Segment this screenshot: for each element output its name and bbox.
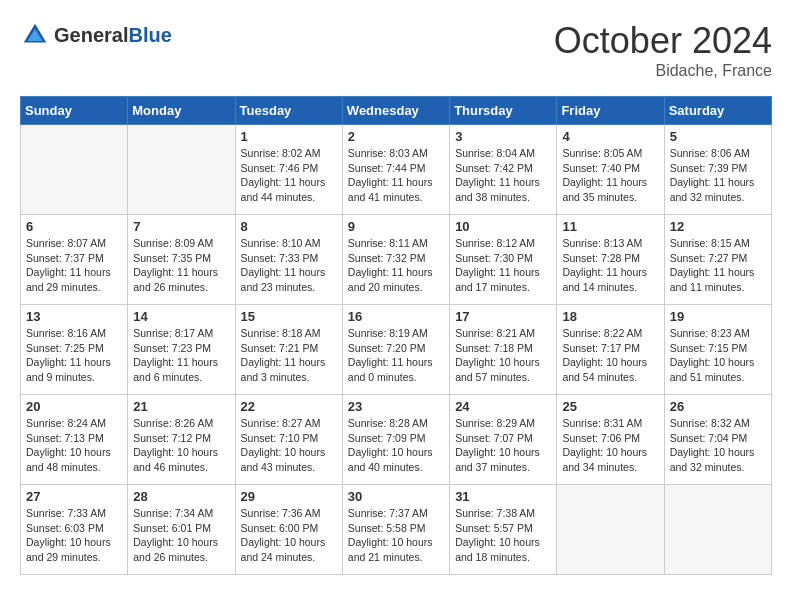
calendar-table: SundayMondayTuesdayWednesdayThursdayFrid… (20, 96, 772, 575)
day-number: 27 (26, 489, 122, 504)
day-number: 23 (348, 399, 444, 414)
day-detail: Sunrise: 8:26 AMSunset: 7:12 PMDaylight:… (133, 416, 229, 475)
calendar-week-row: 6Sunrise: 8:07 AMSunset: 7:37 PMDaylight… (21, 215, 772, 305)
day-detail: Sunrise: 8:31 AMSunset: 7:06 PMDaylight:… (562, 416, 658, 475)
day-number: 10 (455, 219, 551, 234)
day-detail: Sunrise: 8:16 AMSunset: 7:25 PMDaylight:… (26, 326, 122, 385)
day-detail: Sunrise: 8:03 AMSunset: 7:44 PMDaylight:… (348, 146, 444, 205)
calendar-cell: 21Sunrise: 8:26 AMSunset: 7:12 PMDayligh… (128, 395, 235, 485)
weekday-header: Tuesday (235, 97, 342, 125)
day-number: 13 (26, 309, 122, 324)
calendar-cell: 30Sunrise: 7:37 AMSunset: 5:58 PMDayligh… (342, 485, 449, 575)
day-detail: Sunrise: 7:33 AMSunset: 6:03 PMDaylight:… (26, 506, 122, 565)
weekday-header: Saturday (664, 97, 771, 125)
day-detail: Sunrise: 8:27 AMSunset: 7:10 PMDaylight:… (241, 416, 337, 475)
day-detail: Sunrise: 8:18 AMSunset: 7:21 PMDaylight:… (241, 326, 337, 385)
day-detail: Sunrise: 8:10 AMSunset: 7:33 PMDaylight:… (241, 236, 337, 295)
day-number: 24 (455, 399, 551, 414)
calendar-cell (664, 485, 771, 575)
calendar-header: SundayMondayTuesdayWednesdayThursdayFrid… (21, 97, 772, 125)
location: Bidache, France (554, 62, 772, 80)
day-detail: Sunrise: 7:38 AMSunset: 5:57 PMDaylight:… (455, 506, 551, 565)
day-detail: Sunrise: 7:37 AMSunset: 5:58 PMDaylight:… (348, 506, 444, 565)
weekday-header: Thursday (450, 97, 557, 125)
calendar-cell: 15Sunrise: 8:18 AMSunset: 7:21 PMDayligh… (235, 305, 342, 395)
logo-icon (20, 20, 50, 50)
day-detail: Sunrise: 8:07 AMSunset: 7:37 PMDaylight:… (26, 236, 122, 295)
weekday-header: Sunday (21, 97, 128, 125)
logo: GeneralBlue (20, 20, 172, 50)
day-detail: Sunrise: 8:11 AMSunset: 7:32 PMDaylight:… (348, 236, 444, 295)
calendar-cell: 9Sunrise: 8:11 AMSunset: 7:32 PMDaylight… (342, 215, 449, 305)
calendar-cell: 27Sunrise: 7:33 AMSunset: 6:03 PMDayligh… (21, 485, 128, 575)
weekday-header: Monday (128, 97, 235, 125)
calendar-cell: 31Sunrise: 7:38 AMSunset: 5:57 PMDayligh… (450, 485, 557, 575)
day-detail: Sunrise: 8:28 AMSunset: 7:09 PMDaylight:… (348, 416, 444, 475)
calendar-cell: 3Sunrise: 8:04 AMSunset: 7:42 PMDaylight… (450, 125, 557, 215)
calendar-week-row: 1Sunrise: 8:02 AMSunset: 7:46 PMDaylight… (21, 125, 772, 215)
calendar-week-row: 13Sunrise: 8:16 AMSunset: 7:25 PMDayligh… (21, 305, 772, 395)
day-number: 16 (348, 309, 444, 324)
calendar-cell: 17Sunrise: 8:21 AMSunset: 7:18 PMDayligh… (450, 305, 557, 395)
day-number: 29 (241, 489, 337, 504)
day-number: 14 (133, 309, 229, 324)
day-number: 8 (241, 219, 337, 234)
calendar-body: 1Sunrise: 8:02 AMSunset: 7:46 PMDaylight… (21, 125, 772, 575)
day-detail: Sunrise: 8:32 AMSunset: 7:04 PMDaylight:… (670, 416, 766, 475)
calendar-cell: 20Sunrise: 8:24 AMSunset: 7:13 PMDayligh… (21, 395, 128, 485)
calendar-cell: 26Sunrise: 8:32 AMSunset: 7:04 PMDayligh… (664, 395, 771, 485)
calendar-cell: 19Sunrise: 8:23 AMSunset: 7:15 PMDayligh… (664, 305, 771, 395)
day-detail: Sunrise: 8:21 AMSunset: 7:18 PMDaylight:… (455, 326, 551, 385)
day-detail: Sunrise: 8:04 AMSunset: 7:42 PMDaylight:… (455, 146, 551, 205)
day-number: 7 (133, 219, 229, 234)
calendar-cell: 24Sunrise: 8:29 AMSunset: 7:07 PMDayligh… (450, 395, 557, 485)
calendar-cell: 4Sunrise: 8:05 AMSunset: 7:40 PMDaylight… (557, 125, 664, 215)
calendar-cell: 16Sunrise: 8:19 AMSunset: 7:20 PMDayligh… (342, 305, 449, 395)
weekday-header: Wednesday (342, 97, 449, 125)
day-detail: Sunrise: 7:34 AMSunset: 6:01 PMDaylight:… (133, 506, 229, 565)
calendar-cell: 8Sunrise: 8:10 AMSunset: 7:33 PMDaylight… (235, 215, 342, 305)
calendar-week-row: 27Sunrise: 7:33 AMSunset: 6:03 PMDayligh… (21, 485, 772, 575)
calendar-cell: 2Sunrise: 8:03 AMSunset: 7:44 PMDaylight… (342, 125, 449, 215)
day-number: 5 (670, 129, 766, 144)
day-number: 4 (562, 129, 658, 144)
calendar-cell: 11Sunrise: 8:13 AMSunset: 7:28 PMDayligh… (557, 215, 664, 305)
calendar-cell: 29Sunrise: 7:36 AMSunset: 6:00 PMDayligh… (235, 485, 342, 575)
calendar-cell: 14Sunrise: 8:17 AMSunset: 7:23 PMDayligh… (128, 305, 235, 395)
calendar-cell (557, 485, 664, 575)
day-number: 17 (455, 309, 551, 324)
day-detail: Sunrise: 8:24 AMSunset: 7:13 PMDaylight:… (26, 416, 122, 475)
day-number: 22 (241, 399, 337, 414)
day-number: 1 (241, 129, 337, 144)
day-number: 26 (670, 399, 766, 414)
day-number: 20 (26, 399, 122, 414)
day-detail: Sunrise: 8:09 AMSunset: 7:35 PMDaylight:… (133, 236, 229, 295)
day-detail: Sunrise: 8:06 AMSunset: 7:39 PMDaylight:… (670, 146, 766, 205)
day-detail: Sunrise: 8:12 AMSunset: 7:30 PMDaylight:… (455, 236, 551, 295)
day-number: 19 (670, 309, 766, 324)
day-detail: Sunrise: 8:13 AMSunset: 7:28 PMDaylight:… (562, 236, 658, 295)
day-number: 31 (455, 489, 551, 504)
calendar-cell (21, 125, 128, 215)
day-number: 6 (26, 219, 122, 234)
month-title: October 2024 (554, 20, 772, 62)
calendar-cell (128, 125, 235, 215)
day-detail: Sunrise: 8:05 AMSunset: 7:40 PMDaylight:… (562, 146, 658, 205)
calendar-cell: 12Sunrise: 8:15 AMSunset: 7:27 PMDayligh… (664, 215, 771, 305)
calendar-cell: 1Sunrise: 8:02 AMSunset: 7:46 PMDaylight… (235, 125, 342, 215)
calendar-cell: 10Sunrise: 8:12 AMSunset: 7:30 PMDayligh… (450, 215, 557, 305)
day-detail: Sunrise: 8:19 AMSunset: 7:20 PMDaylight:… (348, 326, 444, 385)
day-detail: Sunrise: 8:23 AMSunset: 7:15 PMDaylight:… (670, 326, 766, 385)
calendar-cell: 25Sunrise: 8:31 AMSunset: 7:06 PMDayligh… (557, 395, 664, 485)
day-number: 18 (562, 309, 658, 324)
calendar-cell: 28Sunrise: 7:34 AMSunset: 6:01 PMDayligh… (128, 485, 235, 575)
day-number: 25 (562, 399, 658, 414)
calendar-cell: 5Sunrise: 8:06 AMSunset: 7:39 PMDaylight… (664, 125, 771, 215)
day-number: 28 (133, 489, 229, 504)
weekday-row: SundayMondayTuesdayWednesdayThursdayFrid… (21, 97, 772, 125)
day-number: 2 (348, 129, 444, 144)
logo-text-blue: Blue (128, 24, 171, 46)
day-number: 21 (133, 399, 229, 414)
day-number: 3 (455, 129, 551, 144)
title-block: October 2024 Bidache, France (554, 20, 772, 80)
